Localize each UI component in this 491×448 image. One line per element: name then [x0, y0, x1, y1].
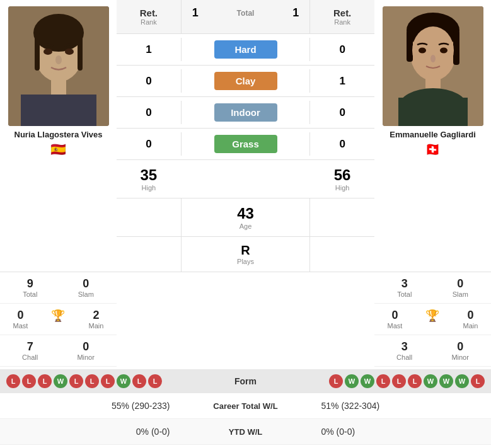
indoor-button[interactable]: Indoor	[214, 103, 277, 122]
right-total-val: 3	[401, 277, 408, 290]
left-ret-value: Ret.	[140, 8, 158, 18]
form-badge: W	[117, 374, 130, 388]
center-spacer	[117, 272, 374, 367]
high-row: 35 High 56 High	[117, 160, 374, 198]
form-badge: W	[361, 374, 374, 388]
left-age-val: 43	[237, 205, 254, 222]
svg-point-19	[430, 55, 436, 62]
age-row: 43 Age	[117, 198, 374, 237]
right-minor-lbl: Minor	[451, 353, 469, 361]
right-slam-val: 0	[457, 277, 463, 290]
left-player-photo	[8, 6, 109, 126]
left-player-stats: 9 Total 0 Slam 0 Mast 🏆 2 Main	[0, 272, 117, 367]
right-total-lbl: Total	[397, 290, 412, 298]
right-chall-val: 3	[401, 340, 408, 353]
svg-rect-22	[398, 98, 468, 126]
left-total-slam: 9 Total 0 Slam	[0, 272, 117, 304]
bottom-stat-row: $398,979 Career Prize Money $138,250	[0, 445, 491, 448]
form-badge: W	[439, 374, 453, 388]
bottom-stat-row: 55% (290-233) Career Total W/L 51% (322-…	[0, 393, 491, 419]
svg-point-6	[43, 49, 52, 55]
right-player-column: Emmanuelle Gagliardi 🇨🇭	[374, 0, 491, 272]
right-slam-lbl: Slam	[453, 290, 468, 298]
right-chall-lbl: Chall	[396, 353, 412, 361]
right-player-stats: 3 Total 0 Slam 0 Mast 🏆 0 Main	[374, 272, 491, 367]
left-total-lbl: Total	[23, 290, 37, 298]
bottom-left-val: 0% (0-0)	[6, 427, 183, 437]
svg-rect-10	[21, 95, 96, 126]
right-minor-item: 0 Minor	[451, 340, 469, 361]
form-badge: L	[148, 374, 162, 388]
left-high-box: 35 High	[117, 160, 181, 198]
form-badge: W	[455, 374, 469, 388]
indoor-left-val: 0	[117, 106, 181, 119]
total-label: Total	[237, 9, 255, 18]
hard-right-val: 0	[310, 43, 374, 56]
form-badge: L	[6, 374, 20, 388]
right-form-badges: LWWLLLWWWL	[274, 374, 485, 388]
right-chall-minor: 3 Chall 0 Minor	[374, 335, 491, 367]
indoor-row: 0 Indoor 0	[117, 97, 374, 129]
right-main-lbl: Main	[463, 322, 478, 330]
left-minor-lbl: Minor	[77, 353, 95, 361]
clay-left-val: 0	[117, 75, 181, 88]
form-badge: W	[345, 374, 359, 388]
left-mast-main: 0 Mast 🏆 2 Main	[0, 304, 117, 335]
left-player-column: Nuria Llagostera Vives 🇪🇸	[0, 0, 117, 272]
grass-right-val: 0	[310, 138, 374, 151]
left-chall-minor: 7 Chall 0 Minor	[0, 335, 117, 367]
total-left-val: 1	[187, 6, 204, 20]
svg-point-3	[33, 14, 84, 52]
right-total-slam: 3 Total 0 Slam	[374, 272, 491, 304]
left-player-name: Nuria Llagostera Vives	[14, 130, 103, 139]
form-badge: L	[329, 374, 343, 388]
form-badge: L	[85, 374, 99, 388]
hard-row: 1 Hard 0	[117, 34, 374, 66]
svg-point-7	[65, 49, 74, 55]
right-slam-item: 0 Slam	[453, 277, 468, 298]
form-badge: L	[69, 374, 83, 388]
hard-button[interactable]: Hard	[214, 40, 277, 59]
right-rank-label: Rank	[334, 18, 350, 26]
form-badge: L	[22, 374, 36, 388]
main-container: Nuria Llagostera Vives 🇪🇸 Ret. Rank 1 To…	[0, 0, 491, 448]
grass-button[interactable]: Grass	[214, 135, 277, 153]
left-main-item: 2 Main	[89, 309, 104, 330]
clay-button[interactable]: Clay	[214, 72, 277, 90]
svg-rect-4	[35, 33, 40, 71]
bottom-center-label: Career Total W/L	[183, 401, 309, 411]
left-chall-val: 7	[27, 340, 33, 353]
bottom-center-label: YTD W/L	[183, 427, 309, 437]
right-total-item: 3 Total	[397, 277, 412, 298]
left-ret-rank: Ret. Rank	[117, 0, 181, 33]
form-badge: L	[392, 374, 406, 388]
right-mast-item: 0 Mast	[388, 309, 403, 330]
left-main-lbl: Main	[89, 322, 104, 330]
right-player-photo	[383, 6, 483, 126]
svg-point-18	[440, 48, 448, 54]
center-column: Ret. Rank 1 Total 1 Ret. Rank	[117, 0, 374, 272]
clay-row: 0 Clay 1	[117, 66, 374, 97]
left-plays-val: R	[241, 243, 250, 258]
right-chall-item: 3 Chall	[396, 340, 412, 361]
bottom-stat-row: 0% (0-0) YTD W/L 0% (0-0)	[0, 419, 491, 445]
form-badge: W	[424, 374, 437, 388]
left-mast-val: 0	[17, 309, 23, 322]
right-player-name: Emmanuelle Gagliardi	[390, 130, 476, 139]
right-ret-rank: Ret. Rank	[310, 0, 374, 33]
svg-rect-5	[78, 33, 83, 71]
right-minor-val: 0	[457, 340, 463, 353]
form-badge: L	[376, 374, 390, 388]
left-trophy-icon: 🏆	[51, 309, 65, 330]
right-mast-main: 0 Mast 🏆 0 Main	[374, 304, 491, 335]
right-ret-value: Ret.	[333, 8, 351, 18]
clay-right-val: 1	[310, 75, 374, 88]
left-slam-lbl: Slam	[78, 290, 94, 298]
right-main-val: 0	[467, 309, 473, 322]
left-chall-lbl: Chall	[22, 353, 38, 361]
left-rank-label: Rank	[141, 18, 157, 26]
left-player-flag: 🇪🇸	[50, 142, 66, 157]
right-high-label: High	[335, 184, 350, 192]
left-total-val: 9	[27, 277, 33, 290]
left-form-badges: LLLWLLLWLL	[6, 374, 218, 388]
